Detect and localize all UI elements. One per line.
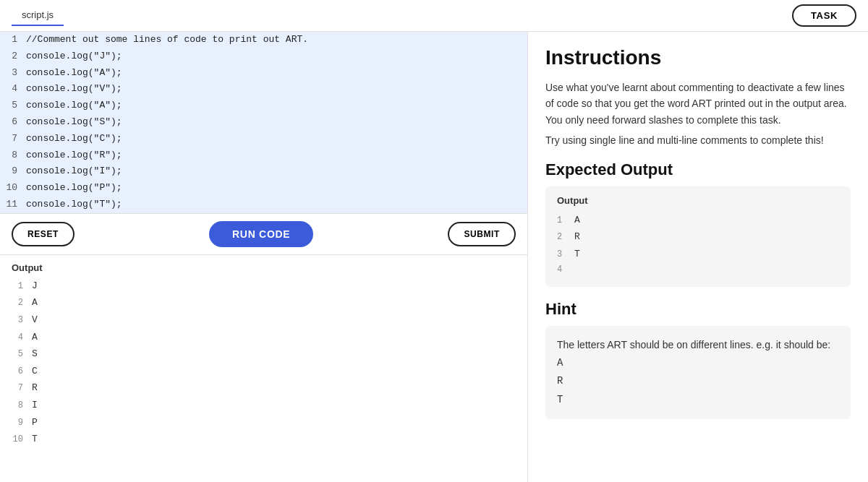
output-line-value: R [32, 379, 38, 396]
exp-line-num: 1 [557, 213, 574, 229]
code-line: 6console.log("S"); [0, 114, 527, 131]
output-line-value: A [32, 294, 38, 311]
line-number: 3 [0, 66, 26, 81]
hint-code-line: T [557, 391, 839, 409]
output-line-value: A [32, 329, 38, 345]
submit-button[interactable]: SUBMIT [448, 222, 516, 246]
code-line: 3console.log("A"); [0, 65, 527, 82]
code-line: 10console.log("P"); [0, 180, 527, 197]
line-code: console.log("R"); [26, 148, 122, 163]
code-line: 7console.log("C"); [0, 131, 527, 147]
exp-line-num: 3 [557, 247, 574, 263]
left-panel: 1//Comment out some lines of code to pri… [0, 32, 528, 482]
output-line-num: 5 [12, 347, 32, 363]
code-editor[interactable]: 1//Comment out some lines of code to pri… [0, 32, 527, 213]
code-line: 5console.log("A"); [0, 98, 527, 114]
output-line: 3V [12, 311, 516, 329]
line-code: console.log("V"); [26, 82, 122, 97]
line-number: 11 [0, 197, 26, 212]
line-number: 7 [0, 132, 26, 147]
hint-code-lines: ART [557, 354, 839, 409]
code-line: 8console.log("R"); [0, 147, 527, 164]
output-line-num: 9 [12, 416, 32, 431]
expected-output-line: 1A [557, 212, 839, 229]
line-code: console.log("I"); [26, 164, 122, 179]
tab-script-js[interactable]: script.js [12, 5, 64, 26]
code-line: 2console.log("J"); [0, 48, 527, 65]
exp-line-num: 4 [557, 262, 574, 278]
main-layout: 1//Comment out some lines of code to pri… [0, 32, 868, 482]
expected-output-lines: 1A2R3T4 [557, 212, 839, 278]
output-line-num: 7 [12, 381, 32, 397]
line-code: console.log("S"); [26, 115, 122, 130]
line-code: console.log("J"); [26, 49, 122, 64]
line-number: 8 [0, 148, 26, 163]
output-line-num: 10 [12, 432, 32, 448]
output-line: 7R [12, 379, 516, 397]
output-line: 5S [12, 345, 516, 363]
line-number: 10 [0, 181, 26, 196]
line-code: console.log("A"); [26, 66, 122, 81]
output-label: Output [12, 262, 516, 273]
header: script.js TASK [0, 0, 868, 32]
line-number: 1 [0, 33, 26, 48]
hint-text: The letters ART should be on different l… [557, 336, 839, 354]
output-line: 8I [12, 397, 516, 414]
output-line-num: 4 [12, 330, 32, 346]
output-line-value: C [32, 363, 38, 379]
expected-output-line: 2R [557, 228, 839, 246]
output-line-num: 2 [12, 296, 32, 311]
output-line: 9P [12, 414, 516, 431]
output-line-value: P [32, 414, 38, 431]
output-line: 4A [12, 329, 516, 346]
code-line: 9console.log("I"); [0, 163, 527, 180]
line-code: console.log("C"); [26, 132, 122, 147]
hint-code-line: R [557, 372, 839, 390]
reset-button[interactable]: RESET [12, 222, 75, 246]
line-code: console.log("P"); [26, 181, 122, 196]
exp-line-value: A [574, 212, 580, 228]
line-code: console.log("A"); [26, 98, 122, 113]
instructions-title: Instructions [545, 46, 851, 69]
output-line-value: T [32, 431, 38, 447]
instructions-body1: Use what you've learnt about commenting … [545, 79, 851, 128]
output-line: 10T [12, 431, 516, 448]
output-area: Output 1J2A3V4A5S6C7R8I9P10T [0, 255, 527, 482]
instructions-body2: Try using single line and multi-line com… [545, 132, 851, 148]
exp-line-value: R [574, 228, 580, 245]
output-line: 1J [12, 277, 516, 295]
line-number: 5 [0, 98, 26, 113]
tab-bar: script.js [12, 5, 64, 26]
expected-output-title: Expected Output [545, 160, 851, 179]
expected-output-box: Output 1A2R3T4 [545, 186, 851, 287]
output-line-num: 6 [12, 364, 32, 380]
output-line-num: 8 [12, 398, 32, 414]
exp-line-num: 2 [557, 230, 574, 246]
line-number: 2 [0, 49, 26, 64]
output-line-value: S [32, 345, 38, 362]
hint-code-line: A [557, 354, 839, 372]
right-panel: Instructions Use what you've learnt abou… [528, 32, 868, 482]
expected-output-line: 3T [557, 246, 839, 263]
hint-box: The letters ART should be on different l… [545, 326, 851, 419]
output-line-value: V [32, 311, 38, 328]
output-line-value: I [32, 397, 38, 413]
output-line-num: 1 [12, 279, 32, 295]
exp-line-value: T [574, 246, 580, 262]
output-line: 6C [12, 363, 516, 380]
hint-title: Hint [545, 300, 851, 319]
line-number: 9 [0, 164, 26, 179]
code-line: 1//Comment out some lines of code to pri… [0, 32, 527, 48]
button-bar: RESET RUN CODE SUBMIT [0, 213, 527, 255]
line-number: 4 [0, 82, 26, 97]
output-line-value: J [32, 277, 38, 294]
expected-output-header: Output [557, 195, 839, 206]
output-lines: 1J2A3V4A5S6C7R8I9P10T [12, 277, 516, 448]
line-code: //Comment out some lines of code to prin… [26, 33, 308, 48]
output-line-num: 3 [12, 313, 32, 329]
task-button[interactable]: TASK [792, 4, 856, 27]
code-line: 4console.log("V"); [0, 81, 527, 98]
expected-output-line: 4 [557, 262, 839, 278]
line-number: 6 [0, 115, 26, 130]
run-code-button[interactable]: RUN CODE [209, 221, 313, 247]
